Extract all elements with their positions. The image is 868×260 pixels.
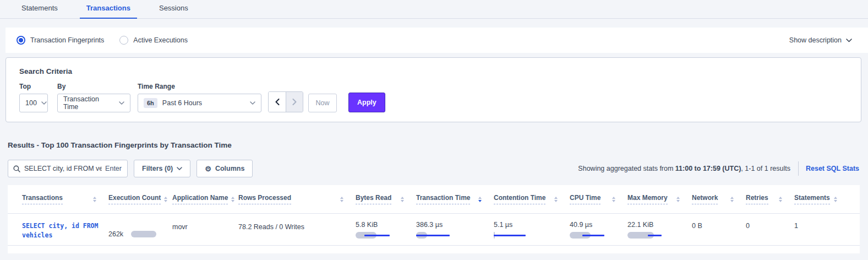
execution-count-cell: 262k xyxy=(108,214,172,245)
chevron-down-icon xyxy=(119,101,124,105)
aggregated-stats-text: Showing aggregated stats from 11:00 to 1… xyxy=(578,165,790,172)
radio-selected-icon xyxy=(17,36,25,45)
sort-icon xyxy=(478,197,482,202)
chevron-down-icon xyxy=(177,167,182,170)
transactions-page: Statements Transactions Sessions Transac… xyxy=(0,0,868,260)
search-criteria-title: Search Criteria xyxy=(19,67,848,75)
bytes-read-bar xyxy=(356,232,405,239)
search-input[interactable] xyxy=(24,165,102,172)
sort-icon xyxy=(730,197,734,202)
show-description-toggle[interactable]: Show description xyxy=(789,36,851,44)
max-memory-bar xyxy=(627,232,677,239)
contention-time-bar xyxy=(494,232,543,239)
tab-sessions[interactable]: Sessions xyxy=(152,4,195,18)
radio-label: Active Executions xyxy=(133,36,188,44)
transaction-time-cell: 386.3 µs xyxy=(416,214,494,245)
time-range-prev-button[interactable] xyxy=(269,92,286,112)
transaction-fingerprint-link[interactable]: SELECT city, id FROM vehicles xyxy=(22,221,105,241)
tab-statements[interactable]: Statements xyxy=(15,4,64,18)
chevron-down-icon xyxy=(250,101,255,105)
filters-button[interactable]: Filters (0) xyxy=(134,160,190,177)
application-name-cell: movr xyxy=(172,214,238,245)
sort-icon xyxy=(612,197,615,202)
show-description-label: Show description xyxy=(789,36,842,44)
table-row: SELECT city, id FROM vehicles 262k movr … xyxy=(8,214,860,246)
sort-icon xyxy=(554,197,558,202)
column-header-cpu-time[interactable]: CPU Time xyxy=(570,194,627,204)
top-select[interactable]: 100 xyxy=(19,94,48,112)
retries-cell: 0 xyxy=(746,214,794,245)
gear-icon: ⚙ xyxy=(205,165,211,172)
time-range-label: Time Range xyxy=(138,83,268,90)
network-cell: 0 B xyxy=(692,214,746,245)
column-header-transactions[interactable]: Transactions xyxy=(22,194,108,204)
columns-button-label: Columns xyxy=(215,165,244,172)
column-header-contention-time[interactable]: Contention Time xyxy=(494,194,570,204)
time-range-badge: 6h xyxy=(144,98,157,108)
results-controls: Enter Filters (0) ⚙ Columns Showing aggr… xyxy=(8,160,860,177)
search-criteria-panel: Search Criteria Top 100 By Transaction T… xyxy=(6,57,861,122)
divider xyxy=(798,161,799,176)
search-box: Enter xyxy=(8,160,128,177)
time-range-select[interactable]: 6h Past 6 Hours xyxy=(138,94,261,112)
top-label: Top xyxy=(19,83,57,90)
column-header-bytes-read[interactable]: Bytes Read xyxy=(356,194,416,204)
time-range-value: Past 6 Hours xyxy=(162,99,202,107)
time-range-next-button[interactable] xyxy=(286,92,303,112)
sort-icon xyxy=(676,197,680,202)
column-header-rows-processed[interactable]: Rows Processed xyxy=(238,194,356,204)
radio-transaction-fingerprints[interactable]: Transaction Fingerprints xyxy=(17,36,104,45)
sort-icon xyxy=(401,197,404,202)
column-header-statements[interactable]: Statements xyxy=(794,194,849,204)
columns-button[interactable]: ⚙ Columns xyxy=(196,160,253,177)
radio-unselected-icon xyxy=(119,36,128,45)
apply-button[interactable]: Apply xyxy=(348,93,385,112)
statements-cell: 1 xyxy=(794,214,849,245)
reset-sql-stats-link[interactable]: Reset SQL Stats xyxy=(806,165,859,172)
stats-time-range: 11:00 to 17:59 (UTC) xyxy=(675,165,741,172)
top-select-value: 100 xyxy=(25,99,37,107)
sort-icon xyxy=(779,197,782,202)
sort-icon xyxy=(340,197,343,202)
view-toggle-band: Transaction Fingerprints Active Executio… xyxy=(6,28,868,53)
cpu-time-cell: 40.9 µs xyxy=(570,214,627,245)
radio-active-executions[interactable]: Active Executions xyxy=(119,36,188,45)
sort-icon xyxy=(93,197,96,202)
column-header-application-name[interactable]: Application Name xyxy=(172,194,238,204)
chevron-down-icon xyxy=(41,101,47,105)
results-heading: Results - Top 100 Transaction Fingerprin… xyxy=(8,141,868,149)
execution-count-bar xyxy=(131,231,156,237)
now-button[interactable]: Now xyxy=(308,94,337,112)
sort-icon xyxy=(164,197,167,202)
by-select[interactable]: Transaction Time xyxy=(57,94,130,112)
time-range-step-group xyxy=(268,91,303,112)
column-header-network[interactable]: Network xyxy=(692,194,746,204)
column-header-execution-count[interactable]: Execution Count xyxy=(108,194,172,204)
bytes-read-cell: 5.8 KiB xyxy=(356,214,416,245)
chevron-down-icon xyxy=(846,39,851,42)
sort-icon xyxy=(231,197,234,202)
rows-processed-cell: 78.2 Reads / 0 Writes xyxy=(238,214,356,245)
transaction-time-bar xyxy=(416,232,466,239)
column-header-transaction-time[interactable]: Transaction Time xyxy=(416,194,494,204)
filters-button-label: Filters (0) xyxy=(142,165,173,172)
radio-label: Transaction Fingerprints xyxy=(30,36,104,44)
by-select-value: Transaction Time xyxy=(63,95,114,111)
column-header-retries[interactable]: Retries xyxy=(746,194,794,204)
page-tabs: Statements Transactions Sessions xyxy=(0,0,868,19)
max-memory-cell: 22.1 KiB xyxy=(627,214,692,245)
by-label: By xyxy=(57,83,138,90)
results-table: Transactions Execution Count Application… xyxy=(8,185,860,253)
enter-hint: Enter xyxy=(105,165,122,172)
cpu-time-bar xyxy=(570,232,619,239)
contention-time-cell: 5.1 µs xyxy=(494,214,570,245)
table-header-row: Transactions Execution Count Application… xyxy=(8,185,860,214)
search-icon xyxy=(13,165,20,172)
tab-transactions[interactable]: Transactions xyxy=(80,4,137,18)
sort-icon xyxy=(834,197,837,202)
column-header-max-memory[interactable]: Max Memory xyxy=(627,194,692,204)
